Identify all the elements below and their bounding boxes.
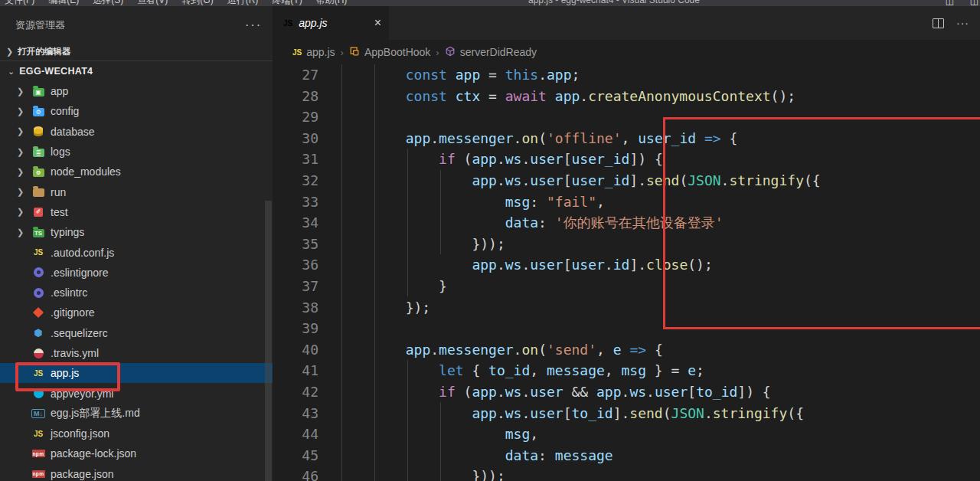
tree-item-package-lock-json[interactable]: npmpackage-lock.json (0, 443, 273, 463)
tree-item-label: typings (51, 226, 84, 238)
file-tree: ❯▣app❯⚙config❯database❯≣logs❯⊚node_modul… (0, 81, 273, 481)
editor-more-actions-icon[interactable]: ··· (956, 17, 969, 29)
tree-item-logs[interactable]: ❯≣logs (0, 142, 273, 162)
tree-item--gitignore[interactable]: .gitignore (0, 303, 273, 322)
code-line-33[interactable]: 33 msg: "fail", (273, 191, 980, 213)
breadcrumb-item-app-js[interactable]: JSapp.js (292, 46, 335, 58)
indent-guide (440, 402, 441, 481)
menu-item[interactable]: 转到(G) (181, 0, 213, 5)
tree-item--eslintignore[interactable]: .eslintignore (0, 263, 273, 283)
npm-icon: npm (31, 450, 46, 457)
code-line-28[interactable]: 28 const ctx = await app.createAnonymous… (273, 86, 980, 107)
npm-icon: npm (31, 470, 46, 478)
code-line-40[interactable]: 40 app.messenger.on('send', e => { (273, 339, 980, 361)
breadcrumb: JSapp.js›AppBootHook›serverDidReady (273, 40, 980, 64)
tree-item-database[interactable]: ❯database (0, 122, 273, 142)
tree-item-egg-js-md[interactable]: M↓egg.js部署上线.md (0, 404, 273, 424)
tree-item-label: jsconfig.json (51, 427, 109, 440)
folder-logs-icon: ≣ (31, 147, 46, 157)
code-text: const ctx = await app.createAnonymousCon… (339, 86, 795, 107)
code-line-45[interactable]: 45 data: message (273, 445, 980, 466)
code-line-39[interactable]: 39 (273, 318, 980, 339)
tree-item--travis-yml[interactable]: .travis.yml (0, 343, 273, 363)
line-number: 38 (273, 297, 318, 319)
code-text: app.ws.user[to_id].send(JSON.stringify({ (339, 403, 804, 424)
chevron-right-icon: ❯ (6, 47, 13, 57)
chevron-right-icon: ❯ (17, 207, 31, 217)
project-root-label: EGG-WECHAT4 (19, 66, 93, 77)
tree-item--sequelizerc[interactable]: ⬢.sequelizerc (0, 323, 273, 343)
sidebar-scrollbar[interactable] (265, 201, 272, 481)
line-number: 46 (273, 466, 318, 481)
project-root-row[interactable]: ⌄ EGG-WECHAT4 (0, 61, 273, 81)
chevron-right-icon: ❯ (17, 87, 31, 97)
menu-item[interactable]: 终端(T) (272, 0, 302, 5)
tree-item-app[interactable]: ❯▣app (0, 81, 273, 101)
code-text: })); (339, 234, 505, 255)
tree-item--eslintrc[interactable]: .eslintrc (0, 283, 273, 303)
code-line-46[interactable]: 46 })); (273, 466, 980, 481)
tree-item-jsconfig-json[interactable]: JSjsconfig.json (0, 424, 273, 443)
line-number: 36 (273, 254, 318, 276)
title-bar: 文件(F)编辑(E)选择(S)查看(V)转到(G)运行(R)终端(T)帮助(H)… (0, 0, 980, 6)
layout-control-partial-icon[interactable]: ◫ (970, 0, 978, 6)
tree-item-label: .gitignore (51, 306, 95, 319)
markdown-icon: M↓ (31, 409, 46, 418)
explorer-more-actions-icon[interactable]: ··· (245, 18, 262, 32)
explorer-title: 资源管理器 (15, 18, 245, 32)
tree-item-label: appveyor.yml (51, 388, 113, 400)
line-number: 37 (273, 276, 318, 297)
layout-control-icon[interactable]: ◫ (946, 0, 954, 6)
code-line-34[interactable]: 34 data: '你的账号在其他设备登录' (273, 212, 980, 234)
line-number: 28 (273, 86, 318, 107)
tree-item-label: app (51, 85, 68, 97)
tree-item-test[interactable]: ❯✐test (0, 202, 273, 222)
menu-item[interactable]: 运行(R) (227, 0, 259, 5)
breadcrumb-separator: › (436, 47, 439, 58)
tree-item-label: .travis.yml (51, 347, 99, 359)
code-line-37[interactable]: 37 } (273, 276, 980, 297)
code-text: let { to_id, message, msg } = e; (339, 360, 704, 381)
tree-item--autod-conf-js[interactable]: JS.autod.conf.js (0, 242, 273, 262)
open-editors-section[interactable]: ❯ 打开的编辑器 (0, 43, 273, 61)
code-line-38[interactable]: 38 }); (273, 297, 980, 319)
tree-item-run[interactable]: ❯run (0, 182, 273, 201)
tree-item-config[interactable]: ❯⚙config (0, 101, 273, 121)
code-line-41[interactable]: 41 let { to_id, message, msg } = e; (273, 360, 980, 381)
tree-item-label: egg.js部署上线.md (51, 407, 140, 420)
line-number: 35 (273, 234, 318, 255)
code-line-43[interactable]: 43 app.ws.user[to_id].send(JSON.stringif… (273, 403, 980, 424)
code-line-42[interactable]: 42 if (app.ws.user && app.ws.user[to_id]… (273, 381, 980, 403)
tree-item-label: .eslintignore (51, 267, 109, 279)
tree-item-package-json[interactable]: npmpackage.json (0, 464, 273, 481)
code-line-36[interactable]: 36 app.ws.user[user.id].close(); (273, 254, 980, 276)
code-editor[interactable]: 27 const app = this.app;28 const ctx = a… (273, 64, 980, 481)
code-line-31[interactable]: 31 if (app.ws.user[user_id]) { (273, 149, 980, 170)
code-line-32[interactable]: 32 app.ws.user[user_id].send(JSON.string… (273, 170, 980, 191)
tree-item-label: node_modules (51, 165, 121, 178)
folder-typings-icon: TS (31, 227, 46, 237)
breadcrumb-item-serverdidready[interactable]: serverDidReady (445, 46, 537, 59)
code-text: msg, (339, 424, 538, 445)
indent-guide (374, 64, 375, 481)
code-line-30[interactable]: 30 app.messenger.on('offline', user_id =… (273, 128, 980, 149)
line-number: 27 (273, 64, 318, 86)
code-line-27[interactable]: 27 const app = this.app; (273, 64, 980, 86)
tree-item-typings[interactable]: ❯TStypings (0, 222, 273, 242)
close-icon[interactable]: × (374, 17, 381, 29)
code-line-44[interactable]: 44 msg, (273, 424, 980, 445)
menu-item[interactable]: 查看(V) (137, 0, 168, 5)
tree-item-label: logs (51, 146, 70, 158)
tree-item-node-modules[interactable]: ❯⊚node_modules (0, 162, 273, 182)
code-line-29[interactable]: 29 (273, 106, 980, 128)
menu-item[interactable]: 文件(F) (5, 0, 34, 5)
menu-item[interactable]: 帮助(H) (316, 0, 348, 5)
menu-item[interactable]: 编辑(E) (48, 0, 79, 5)
code-line-35[interactable]: 35 })); (273, 234, 980, 255)
split-editor-icon[interactable] (933, 18, 944, 28)
menu-item[interactable]: 选择(S) (93, 0, 123, 5)
tree-item-app-js[interactable]: JSapp.js (0, 363, 273, 383)
tab-app-js[interactable]: JS app.js × (273, 6, 389, 40)
tree-item-appveyor-yml[interactable]: appveyor.yml (0, 383, 273, 403)
breadcrumb-item-appboothook[interactable]: AppBootHook (349, 46, 430, 59)
